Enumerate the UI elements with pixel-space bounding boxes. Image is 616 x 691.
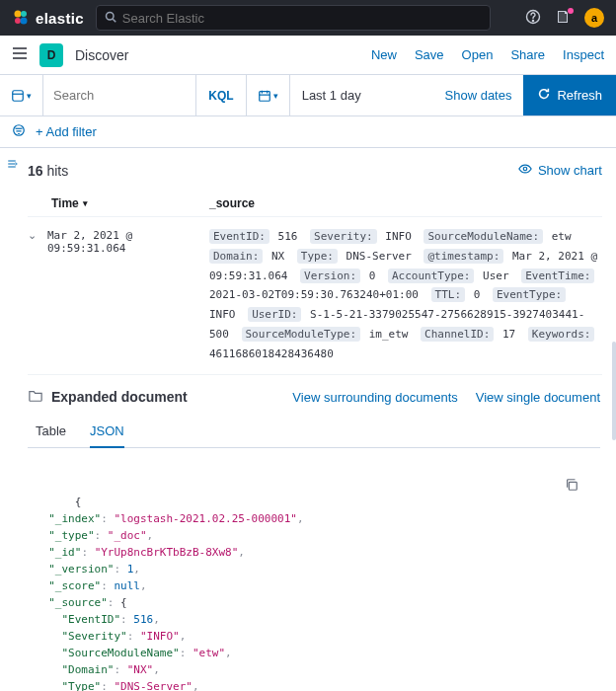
view-single-link[interactable]: View single document <box>476 390 600 405</box>
search-icon <box>105 11 116 26</box>
json-view: { "_index": "logstash-2021.02.25-000001"… <box>28 448 600 691</box>
eye-icon <box>518 162 532 179</box>
kql-toggle[interactable]: KQL <box>196 75 246 115</box>
svg-rect-11 <box>13 90 24 101</box>
svg-line-5 <box>113 19 116 22</box>
top-icons: a <box>525 8 604 28</box>
table-row: ⌄ Mar 2, 2021 @ 09:59:31.064 EventID: 51… <box>28 217 602 375</box>
elastic-logo-icon <box>12 9 30 27</box>
query-bar: ▾ KQL ▾ Last 1 day Show dates Refresh <box>0 75 616 116</box>
refresh-button[interactable]: Refresh <box>523 75 616 115</box>
query-input-wrapper[interactable] <box>43 75 196 115</box>
add-filter-link[interactable]: + Add filter <box>36 124 97 139</box>
action-share[interactable]: Share <box>510 47 545 62</box>
chevron-down-icon: ▾ <box>27 91 32 101</box>
expanded-panel: Expanded document View surrounding docum… <box>28 375 602 691</box>
brand-logo[interactable]: elastic <box>12 9 84 27</box>
hits-row: 16 hits Show chart <box>28 158 602 191</box>
tab-table[interactable]: Table <box>36 423 66 447</box>
query-input[interactable] <box>53 88 186 103</box>
expanded-title: Expanded document <box>51 389 284 405</box>
svg-point-3 <box>21 18 28 25</box>
notification-dot-icon <box>568 8 574 14</box>
view-surrounding-link[interactable]: View surrounding documents <box>292 390 457 405</box>
global-search[interactable] <box>96 5 491 31</box>
news-icon[interactable] <box>555 9 571 28</box>
collapse-icon[interactable]: ⌄ <box>28 227 47 364</box>
svg-point-0 <box>15 11 22 18</box>
svg-point-21 <box>523 167 527 171</box>
app-badge[interactable]: D <box>39 43 63 67</box>
app-actions: New Save Open Share Inspect <box>371 47 604 62</box>
help-icon[interactable] <box>525 9 541 28</box>
row-source: EventID: 516 Severity: INFO SourceModule… <box>209 227 600 364</box>
sort-desc-icon: ▾ <box>83 198 88 208</box>
date-range[interactable]: Last 1 day <box>290 75 433 115</box>
copy-icon[interactable] <box>482 456 578 520</box>
svg-point-1 <box>21 11 27 17</box>
table-header: Time ▾ _source <box>28 191 602 217</box>
filter-options-icon[interactable] <box>12 123 26 140</box>
svg-point-7 <box>532 20 533 21</box>
sidebar-toggle[interactable] <box>0 148 24 691</box>
tab-json[interactable]: JSON <box>90 423 124 448</box>
th-time[interactable]: Time ▾ <box>51 196 209 210</box>
show-chart-link[interactable]: Show chart <box>518 162 602 179</box>
menu-icon[interactable] <box>12 44 28 65</box>
app-title: Discover <box>75 47 128 63</box>
hits-count: 16 hits <box>28 163 68 179</box>
th-source[interactable]: _source <box>209 196 602 210</box>
action-new[interactable]: New <box>371 47 397 62</box>
action-open[interactable]: Open <box>462 47 494 62</box>
row-time: Mar 2, 2021 @ 09:59:31.064 <box>47 227 209 364</box>
expanded-links: View surrounding documents View single d… <box>292 390 600 405</box>
refresh-icon <box>537 87 551 104</box>
action-inspect[interactable]: Inspect <box>563 47 604 62</box>
svg-rect-22 <box>569 483 577 491</box>
global-search-input[interactable] <box>122 11 482 26</box>
scrollbar[interactable] <box>612 342 616 440</box>
saved-query-button[interactable]: ▾ <box>0 75 43 115</box>
show-dates-link[interactable]: Show dates <box>433 75 524 115</box>
action-save[interactable]: Save <box>415 47 444 62</box>
chevron-down-icon: ▾ <box>273 91 278 101</box>
filter-bar: + Add filter <box>0 116 616 148</box>
svg-point-4 <box>106 12 114 20</box>
brand-text: elastic <box>36 10 84 27</box>
doc-content: 16 hits Show chart Time ▾ _source ⌄ Mar … <box>24 148 616 691</box>
avatar[interactable]: a <box>584 8 604 28</box>
doc-tabs: Table JSON <box>28 406 600 448</box>
calendar-button[interactable]: ▾ <box>247 75 290 115</box>
global-nav: elastic a <box>0 0 616 36</box>
svg-rect-13 <box>259 91 270 101</box>
doc-area: 16 hits Show chart Time ▾ _source ⌄ Mar … <box>0 148 616 691</box>
folder-open-icon <box>28 389 43 406</box>
app-bar: D Discover New Save Open Share Inspect <box>0 36 616 75</box>
refresh-label: Refresh <box>557 88 602 103</box>
expanded-header: Expanded document View surrounding docum… <box>28 389 600 406</box>
svg-point-2 <box>15 18 21 24</box>
